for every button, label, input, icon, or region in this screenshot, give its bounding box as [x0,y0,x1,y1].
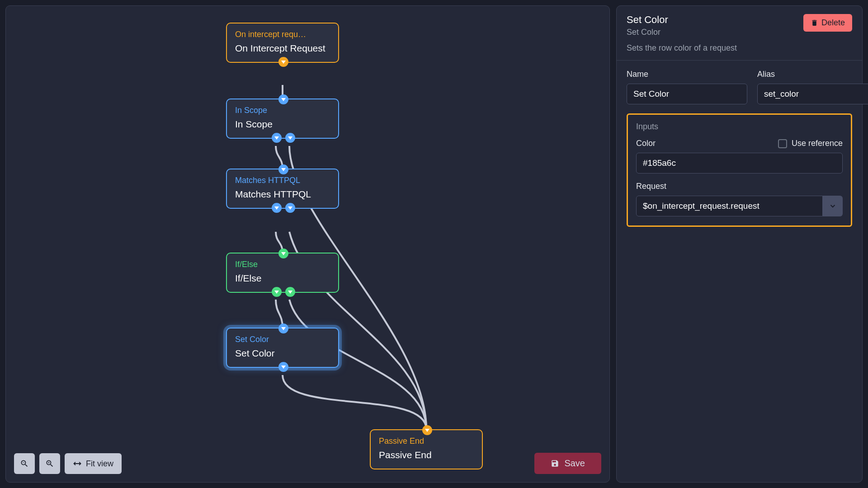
node-input-port[interactable] [278,324,288,333]
node-title: Passive End [379,449,474,461]
node-type-label: On intercept requ… [235,30,330,39]
node-input-port[interactable] [278,94,288,104]
delete-button[interactable]: Delete [803,14,852,32]
save-icon [551,459,559,468]
node-output-port[interactable] [272,203,282,213]
save-button[interactable]: Save [534,453,601,474]
canvas-toolbar: Fit view [14,453,122,474]
zoom-in-button[interactable] [39,453,60,474]
fit-view-label: Fit view [86,459,113,469]
node-output-port[interactable] [272,287,282,297]
workflow-node[interactable]: On intercept requ…On Intercept Request [226,23,339,63]
use-reference-label: Use reference [792,139,843,148]
node-output-port[interactable] [272,133,282,143]
workflow-node[interactable]: Passive EndPassive End [370,429,483,469]
fit-view-icon [73,459,82,468]
node-output-port[interactable] [278,57,288,67]
name-input[interactable] [627,84,747,104]
node-type-label: In Scope [235,106,330,115]
inputs-section: Inputs Color Use reference Request [627,113,852,227]
node-title: Matches HTTPQL [235,188,330,201]
request-label: Request [636,182,666,191]
node-input-port[interactable] [422,425,432,435]
node-input-port[interactable] [278,249,288,258]
use-reference-checkbox[interactable] [778,139,787,148]
node-output-port[interactable] [285,203,295,213]
request-input[interactable] [636,196,823,216]
workflow-node[interactable]: Set ColorSet Color [226,328,339,368]
sidebar-title: Set Color [627,14,737,26]
alias-label: Alias [757,70,868,79]
save-label: Save [564,458,585,469]
node-input-port[interactable] [278,164,288,174]
node-title: If/Else [235,272,330,285]
color-label: Color [636,139,656,148]
node-title: In Scope [235,118,330,131]
node-type-label: Passive End [379,436,474,446]
node-title: Set Color [235,347,330,360]
name-label: Name [627,70,747,79]
node-type-label: Matches HTTPQL [235,176,330,185]
color-input[interactable] [636,153,843,174]
node-output-port[interactable] [285,133,295,143]
node-type-label: Set Color [235,335,330,344]
zoom-in-icon [45,459,54,468]
fit-view-button[interactable]: Fit view [65,453,122,474]
sidebar-description: Sets the row color of a request [627,43,737,53]
node-output-port[interactable] [285,287,295,297]
workflow-node[interactable]: In ScopeIn Scope [226,99,339,139]
edge [283,375,426,429]
node-output-port[interactable] [278,362,288,372]
workflow-canvas[interactable]: On intercept requ…On Intercept RequestIn… [5,5,610,483]
chevron-down-icon [829,202,837,210]
zoom-out-button[interactable] [14,453,35,474]
properties-sidebar: Set Color Set Color Sets the row color o… [616,5,863,483]
delete-label: Delete [821,18,845,28]
alias-input[interactable] [757,84,868,104]
request-dropdown-button[interactable] [823,196,843,216]
zoom-out-icon [20,459,29,468]
workflow-node[interactable]: If/ElseIf/Else [226,253,339,293]
inputs-heading: Inputs [636,122,843,131]
sidebar-subtitle: Set Color [627,28,737,37]
trash-icon [811,19,818,27]
node-type-label: If/Else [235,260,330,269]
workflow-node[interactable]: Matches HTTPQLMatches HTTPQL [226,169,339,209]
node-title: On Intercept Request [235,42,330,55]
